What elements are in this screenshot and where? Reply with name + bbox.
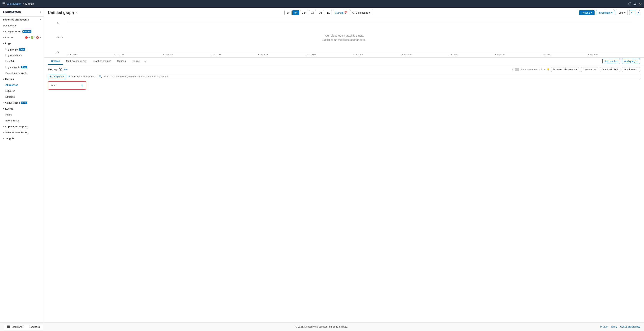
svg-text:13:00: 13:00	[352, 54, 363, 55]
help-icon[interactable]: ⓘ	[628, 2, 631, 6]
custom-time-btn[interactable]: Custom 📅	[333, 10, 350, 15]
metrics-header: Metrics (1) Info Alarm recommendations 💡…	[48, 67, 640, 72]
breadcrumb-ns: BooksList_Lambda	[74, 75, 96, 78]
chart-empty-message: Your CloudWatch graph is empty. Select s…	[322, 33, 366, 42]
download-alarm-code-button[interactable]: Download alarm code ▾	[551, 67, 580, 72]
tab-graphed-metrics[interactable]: Graphed metrics	[90, 58, 114, 65]
sidebar-item-log-groups[interactable]: Log groups New	[0, 46, 44, 52]
time-btn-1d[interactable]: 1d	[309, 10, 316, 15]
create-alarm-button[interactable]: Create alarm	[581, 67, 598, 72]
sidebar-item-logs-insights[interactable]: Logs Insights New	[0, 64, 44, 70]
sidebar-item-dashboards[interactable]: Dashboards	[0, 22, 44, 28]
logs-label-row: ▾ Logs	[3, 42, 11, 45]
sidebar-item-events[interactable]: ▾ Events	[0, 106, 44, 112]
terms-link[interactable]: Terms	[611, 326, 617, 328]
calendar-icon: 📅	[344, 11, 347, 14]
sidebar-item-live-tail[interactable]: Live Tail	[0, 58, 44, 64]
ai-operations-label: AI Operations	[5, 30, 21, 33]
svg-text:12:30: 12:30	[258, 54, 268, 55]
line-type-button[interactable]: Line ▾	[616, 10, 628, 15]
svg-text:12:45: 12:45	[306, 54, 316, 55]
metric-card-label: env	[51, 84, 56, 87]
actions-button[interactable]: Actions ▾	[579, 10, 594, 15]
sidebar-item-metrics[interactable]: ▾ Metrics	[0, 76, 44, 82]
add-math-button[interactable]: Add math ▾	[602, 59, 620, 64]
metrics-search-input[interactable]	[103, 75, 638, 78]
sidebar-item-contributor-insights[interactable]: Contributor Insights	[0, 70, 44, 76]
ai-operations-chevron: ›	[3, 30, 4, 32]
app-signals-label-row: › Application Signals	[3, 125, 28, 128]
header-actions: Actions ▾ Investigate ▾ Line ▾ ↻ ▾	[579, 10, 640, 15]
sidebar-item-insights[interactable]: › Insights	[0, 135, 44, 141]
sidebar-item-explorer[interactable]: Explorer	[0, 88, 44, 94]
log-anomalies-label: Log Anomalies	[5, 54, 22, 57]
add-query-button[interactable]: Add query ▾	[622, 59, 640, 64]
time-btn-3h[interactable]: 3h	[292, 10, 299, 15]
metric-card-count: 1	[81, 84, 83, 87]
region-arrow-icon: ▾	[62, 75, 64, 78]
sidebar-item-all-metrics[interactable]: All metrics	[0, 82, 44, 88]
tab-options[interactable]: Options	[114, 58, 129, 65]
alarms-chevron: ›	[3, 36, 4, 38]
events-chevron: ▾	[3, 108, 4, 110]
folder-icon[interactable]: 🗂	[634, 2, 637, 5]
cookie-link[interactable]: Cookie preferences	[620, 326, 640, 328]
alarm-rec-toggle[interactable]	[512, 68, 519, 71]
sidebar-item-alarms[interactable]: › Alarms 🔴 0 ✅ 0 ⭕ 0	[0, 34, 44, 40]
investigate-button[interactable]: Investigate ▾	[596, 10, 615, 15]
refresh-dropdown-button[interactable]: ▾	[636, 10, 640, 15]
download-arrow-icon: ▾	[576, 68, 577, 71]
events-label: Events	[5, 107, 14, 110]
sidebar-item-ai-operations[interactable]: › AI Operations Preview	[0, 28, 44, 34]
timezone-btn[interactable]: UTC timezone ▾	[350, 10, 372, 15]
add-query-label: Add query	[624, 60, 636, 63]
svg-text:11:30: 11:30	[67, 54, 78, 55]
edit-title-icon[interactable]: ✎	[76, 11, 78, 14]
time-btn-1h[interactable]: 1h	[284, 10, 291, 15]
footer-right: Privacy Terms Cookie preferences	[600, 326, 640, 328]
sidebar-item-log-anomalies[interactable]: Log Anomalies	[0, 52, 44, 58]
create-alarm-label: Create alarm	[583, 68, 596, 71]
tab-source[interactable]: Source	[129, 58, 143, 65]
sidebar-item-rules[interactable]: Rules	[0, 112, 44, 118]
settings-icon[interactable]: ⚙	[639, 2, 642, 6]
investigate-arrow-icon: ▾	[611, 11, 612, 14]
graph-sql-label: Graph with SQL	[602, 68, 618, 71]
xray-chevron: ›	[3, 102, 4, 104]
sidebar-item-logs[interactable]: ▾ Logs	[0, 40, 44, 46]
sidebar-item-application-signals[interactable]: › Application Signals	[0, 124, 44, 129]
tab-browse[interactable]: Browse	[48, 58, 63, 65]
cloudshell-bar[interactable]: ⬛ CloudShell Feedback	[4, 324, 43, 330]
graph-sql-button[interactable]: Graph with SQL	[600, 67, 620, 72]
refresh-button[interactable]: ↻	[629, 10, 635, 15]
privacy-link[interactable]: Privacy	[600, 326, 608, 328]
network-label-row: › Network Monitoring	[3, 131, 28, 134]
feedback-label[interactable]: Feedback	[29, 326, 40, 328]
sidebar-item-network-monitoring[interactable]: › Network Monitoring	[0, 129, 44, 135]
graph-search-button[interactable]: Graph search	[622, 67, 640, 72]
graph-search-label: Graph search	[624, 68, 638, 71]
xray-label-row: › X-Ray traces New	[3, 101, 27, 104]
metric-card-env[interactable]: env 1	[48, 81, 86, 90]
tab-multi-source[interactable]: Multi source query	[63, 58, 90, 65]
time-btn-1w[interactable]: 1w	[325, 10, 332, 15]
ai-operations-label-row: › AI Operations Preview	[3, 30, 32, 33]
sidebar-collapse-button[interactable]: ‹	[40, 10, 41, 14]
time-btn-3d[interactable]: 3d	[317, 10, 324, 15]
chevron-right-icon: ›	[40, 18, 41, 21]
timezone-arrow-icon: ▾	[369, 11, 370, 14]
sidebar-item-streams[interactable]: Streams	[0, 94, 44, 100]
metrics-title-row: Metrics (1) Info	[48, 68, 68, 71]
hint-icon[interactable]: 💡	[547, 68, 550, 71]
metrics-search-bar: 🔍	[97, 74, 640, 79]
sidebar-item-event-buses[interactable]: Event Buses	[0, 118, 44, 124]
metrics-info-link[interactable]: Info	[64, 68, 68, 71]
time-btn-12h[interactable]: 12h	[300, 10, 308, 15]
region-button[interactable]: N. Virginia ▾	[48, 74, 66, 79]
cloudwatch-breadcrumb-link[interactable]: CloudWatch	[7, 2, 22, 5]
hamburger-icon[interactable]: ☰	[2, 2, 5, 6]
breadcrumb-all-link[interactable]: All	[68, 75, 70, 78]
sidebar-item-xray[interactable]: › X-Ray traces New	[0, 100, 44, 106]
sidebar-item-favorites[interactable]: Favorites and recents ›	[0, 17, 44, 22]
tab-menu-icon[interactable]: ≡	[143, 58, 148, 64]
